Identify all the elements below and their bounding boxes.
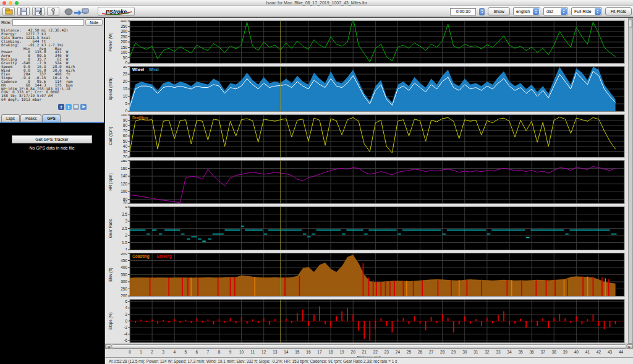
save-as-icon: [35, 8, 42, 15]
legend-wheel: Wheel: [132, 67, 144, 72]
chevron-up-down-icon: ▲▼: [595, 8, 601, 15]
mail-icon[interactable]: ✉: [73, 104, 79, 110]
horizontal-scroll-thumb[interactable]: [111, 344, 627, 349]
y-tick-label: 15: [123, 87, 128, 91]
upload-device-icon: [64, 7, 89, 15]
plot-cadence[interactable]: 2030405060708090100Cad (rpm)Drafting: [105, 114, 632, 158]
key-button[interactable]: [47, 7, 59, 16]
open-icon: [5, 8, 13, 15]
y-tick-label: 80: [123, 197, 128, 201]
plot-elevation[interactable]: 200250300350400450500Elev (ft)CoastingBr…: [105, 253, 632, 297]
tab-peaks[interactable]: Peaks: [20, 114, 41, 122]
save-as-button[interactable]: [32, 7, 45, 16]
y-axis-title: Slope (%): [108, 312, 113, 330]
plot-power[interactable]: 050100150200250300350400Power (W): [105, 20, 632, 64]
y-tick-label: 300: [121, 279, 127, 284]
y-axis-title: Cad (rpm): [108, 127, 113, 145]
x-tick-label: 5: [181, 350, 190, 354]
facebook-icon[interactable]: f: [58, 104, 64, 110]
y-tick-label: 0: [125, 319, 127, 323]
tab-laps[interactable]: Laps: [1, 114, 20, 122]
toolbar: PStroke ▲▼ Show english ▲▼ dist ▲▼ Full …: [0, 6, 633, 18]
y-tick-label: -2: [124, 325, 127, 329]
time-stepper[interactable]: ▲▼: [479, 8, 485, 15]
y-tick-label: 30: [123, 150, 128, 154]
pstroke-button[interactable]: PStroke: [98, 7, 135, 16]
x-tick-label: 44: [617, 350, 626, 354]
legend-coasting: Coasting: [132, 254, 150, 259]
x-tick-label: 4: [170, 350, 179, 354]
x-tick-label: 32: [483, 350, 491, 354]
y-axis-title: Gear Ratio: [108, 218, 113, 238]
y-tick-label: 180: [121, 160, 127, 163]
plot-speed[interactable]: 051015202530Speed (mi/h)WheelWind: [105, 66, 632, 112]
y-tick-label: 400: [121, 20, 127, 23]
x-tick-label: 24: [393, 350, 402, 354]
fit-plots-button[interactable]: Fit Plots: [605, 7, 632, 15]
ride-name-input[interactable]: [12, 19, 84, 26]
y-tick-label: 20: [123, 154, 128, 158]
x-tick-label: 17: [315, 350, 324, 354]
horizontal-scrollbar[interactable]: ◀ ▶: [105, 344, 633, 349]
scroll-right-icon[interactable]: ▶: [627, 344, 632, 349]
mode-select[interactable]: dist ▲▼: [543, 7, 568, 15]
upload-to-device-button[interactable]: [64, 7, 89, 15]
ride-statistics: Distance: 42.50 mi (2:36:42)Energy: 1277…: [0, 27, 104, 101]
x-tick-label: 29: [449, 350, 458, 354]
x-tick-label: 33: [494, 350, 503, 354]
x-tick-label: 3: [159, 350, 168, 354]
x-tick-label: 2: [148, 350, 156, 354]
open-button[interactable]: [2, 7, 15, 16]
y-tick-label: 50: [123, 56, 128, 60]
y-tick-label: 70: [123, 129, 128, 133]
twitter-icon[interactable]: t: [66, 104, 72, 110]
x-tick-label: 39: [561, 350, 569, 354]
x-tick-label: 23: [382, 350, 391, 354]
tab-gps[interactable]: GPS: [42, 114, 61, 122]
y-tick-label: 200: [121, 40, 127, 44]
y-tick-label: 6: [125, 299, 127, 303]
x-tick-label: 18: [326, 350, 335, 354]
units-select[interactable]: english ▲▼: [513, 7, 540, 15]
vertical-scrollbar[interactable]: [628, 18, 633, 344]
x-tick-label: 30: [461, 350, 469, 354]
x-tick-label: 40: [572, 350, 580, 354]
y-axis-title: Speed (mi/h): [108, 77, 113, 100]
share-icon[interactable]: ➤: [80, 104, 87, 110]
plot-hr[interactable]: 7080100120140160180HR (bpm): [105, 160, 632, 204]
y-tick-label: 500: [121, 253, 127, 255]
vertical-scroll-thumb[interactable]: [629, 19, 632, 28]
gps-message: No GPS data in ride file: [29, 146, 74, 150]
get-gps-tracker-button[interactable]: Get GPS Tracker: [12, 135, 92, 143]
show-button[interactable]: Show: [488, 7, 510, 15]
y-tick-label: -6: [124, 338, 127, 342]
plot-gear[interactable]: 11.522.533.54Gear Ratio: [105, 206, 632, 250]
y-tick-label: 70: [123, 201, 128, 204]
y-tick-label: 0: [125, 109, 127, 112]
note-button[interactable]: Note: [85, 19, 103, 26]
pstroke-swoosh-icon: [101, 11, 133, 15]
time-window-input[interactable]: [450, 8, 476, 15]
plot-slope[interactable]: -6-4-20246Slope (%): [105, 299, 632, 343]
y-tick-label: 250: [121, 287, 127, 291]
x-tick-label: 8: [215, 350, 223, 354]
x-tick-label: 21: [360, 350, 368, 354]
x-tick-label: 11: [249, 350, 257, 354]
x-tick-label: 34: [505, 350, 514, 354]
y-tick-label: 200: [121, 294, 127, 297]
plots-stack: 050100150200250300350400Power (W)0510152…: [105, 18, 633, 364]
y-axis-title: HR (bpm): [108, 173, 113, 190]
y-tick-label: 250: [121, 35, 127, 39]
range-select[interactable]: Full Ride ▲▼: [571, 7, 602, 15]
x-tick-label: 25: [404, 350, 413, 354]
window-title: Isaac for Mac: Bike_08_17_2019_1007_43_M…: [0, 1, 633, 5]
y-tick-label: 350: [121, 273, 127, 277]
chart-area: 050100150200250300350400Power (W)0510152…: [105, 18, 633, 364]
app-window: Isaac for Mac: Bike_08_17_2019_1007_43_M…: [0, 0, 633, 364]
y-axis-title: Power (W): [108, 33, 113, 52]
save-button[interactable]: [17, 7, 30, 16]
status-bar: At 0:52:28 (13.5 mi): Power: 124 W; Spee…: [105, 357, 633, 364]
x-tick-label: 9: [226, 350, 235, 354]
sidebar: Ride: Note Distance: 42.50 mi (2:36:42)E…: [0, 18, 105, 364]
scroll-left-icon[interactable]: ◀: [106, 344, 111, 349]
